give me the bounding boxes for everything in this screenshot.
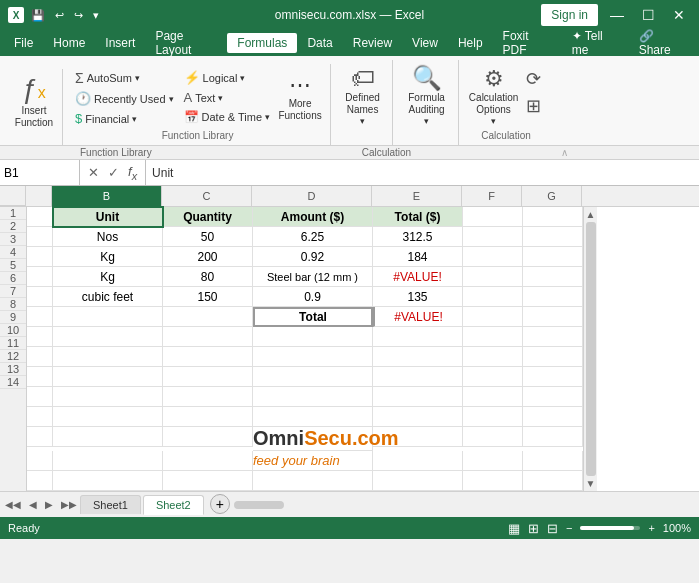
col-header-D[interactable]: D	[252, 186, 372, 206]
defined-names-button[interactable]: 🏷 DefinedNames ▾	[341, 60, 385, 128]
add-sheet-btn[interactable]: +	[210, 494, 230, 514]
row-num-11[interactable]: 11	[0, 337, 26, 350]
cell-C3[interactable]: 200	[163, 247, 253, 267]
cell-E4[interactable]: #VALUE!	[373, 267, 463, 287]
cell-B9[interactable]	[53, 367, 163, 387]
cell-A5[interactable]	[27, 287, 53, 307]
cell-A4[interactable]	[27, 267, 53, 287]
row-num-8[interactable]: 8	[0, 298, 26, 311]
more-qat-btn[interactable]: ▾	[90, 7, 102, 24]
cell-B14[interactable]	[53, 471, 163, 491]
cell-D5[interactable]: 0.9	[253, 287, 373, 307]
menu-review[interactable]: Review	[343, 33, 402, 53]
cell-A14[interactable]	[27, 471, 53, 491]
recently-used-button[interactable]: 🕐 Recently Used ▾	[71, 89, 178, 108]
cell-F1[interactable]	[463, 207, 523, 227]
col-header-B[interactable]: B	[52, 186, 162, 206]
menu-insert[interactable]: Insert	[95, 33, 145, 53]
cell-C10[interactable]	[163, 387, 253, 407]
cell-A11[interactable]	[27, 407, 53, 427]
cell-E10[interactable]	[373, 387, 463, 407]
formula-auditing-button[interactable]: 🔍 FormulaAuditing ▾	[405, 60, 449, 128]
calc-sheet-button[interactable]: ⊞	[522, 93, 545, 119]
col-header-E[interactable]: E	[372, 186, 462, 206]
menu-page-layout[interactable]: Page Layout	[145, 26, 227, 60]
cell-E7[interactable]	[373, 327, 463, 347]
cell-B2[interactable]: Nos	[53, 227, 163, 247]
horizontal-scrollbar[interactable]	[234, 499, 695, 511]
formula-auditing-dropdown-icon[interactable]: ▾	[424, 116, 429, 126]
cell-C8[interactable]	[163, 347, 253, 367]
cell-A13[interactable]	[27, 451, 53, 471]
menu-home[interactable]: Home	[43, 33, 95, 53]
cell-A3[interactable]	[27, 247, 53, 267]
vertical-scrollbar[interactable]: ▲ ▼	[583, 207, 597, 491]
prev-sheet-btn[interactable]: ◀	[26, 499, 40, 510]
cell-F6[interactable]	[463, 307, 523, 327]
cell-F12[interactable]	[463, 427, 523, 447]
close-button[interactable]: ✕	[667, 5, 691, 25]
cell-D1[interactable]: Amount ($)	[253, 207, 373, 227]
cell-B1[interactable]: Unit	[53, 207, 163, 227]
menu-share[interactable]: 🔗 Share	[629, 26, 695, 60]
scroll-up-btn[interactable]: ▲	[586, 209, 596, 220]
cell-D8[interactable]	[253, 347, 373, 367]
row-num-3[interactable]: 3	[0, 233, 26, 246]
date-time-dropdown-icon[interactable]: ▾	[265, 112, 270, 122]
save-qat-btn[interactable]: 💾	[28, 7, 48, 24]
row-num-1[interactable]: 1	[0, 207, 26, 220]
cell-B10[interactable]	[53, 387, 163, 407]
cell-D12[interactable]: OmniSecu.com	[253, 427, 373, 451]
col-header-A[interactable]	[26, 186, 52, 206]
cell-E2[interactable]: 312.5	[373, 227, 463, 247]
cell-C2[interactable]: 50	[163, 227, 253, 247]
cell-D6[interactable]: Total	[253, 307, 373, 327]
cell-G5[interactable]	[523, 287, 583, 307]
cell-E9[interactable]	[373, 367, 463, 387]
cell-G2[interactable]	[523, 227, 583, 247]
menu-file[interactable]: File	[4, 33, 43, 53]
cell-G3[interactable]	[523, 247, 583, 267]
sheet-tab-2[interactable]: Sheet2	[143, 495, 204, 515]
status-view-layout[interactable]: ⊞	[528, 521, 539, 536]
cell-G6[interactable]	[523, 307, 583, 327]
sheet-tab-1[interactable]: Sheet1	[80, 495, 141, 514]
cell-D11[interactable]	[253, 407, 373, 427]
cell-G8[interactable]	[523, 347, 583, 367]
text-button[interactable]: A Text ▾	[180, 88, 275, 107]
logical-dropdown-icon[interactable]: ▾	[240, 73, 245, 83]
row-num-4[interactable]: 4	[0, 246, 26, 259]
restore-button[interactable]: ☐	[636, 5, 661, 25]
cell-G9[interactable]	[523, 367, 583, 387]
cell-E11[interactable]	[373, 407, 463, 427]
cell-B3[interactable]: Kg	[53, 247, 163, 267]
cell-D4[interactable]: Steel bar (12 mm )	[253, 267, 373, 287]
cell-G12[interactable]	[523, 427, 583, 447]
last-sheet-btn[interactable]: ▶▶	[58, 499, 80, 510]
cell-B7[interactable]	[53, 327, 163, 347]
cell-E3[interactable]: 184	[373, 247, 463, 267]
cell-F11[interactable]	[463, 407, 523, 427]
cell-A8[interactable]	[27, 347, 53, 367]
cell-C9[interactable]	[163, 367, 253, 387]
status-view-normal[interactable]: ▦	[508, 521, 520, 536]
cell-D3[interactable]: 0.92	[253, 247, 373, 267]
zoom-slider[interactable]	[580, 526, 640, 530]
cell-A7[interactable]	[27, 327, 53, 347]
row-num-2[interactable]: 2	[0, 220, 26, 233]
cell-C5[interactable]: 150	[163, 287, 253, 307]
formula-input[interactable]: Unit	[146, 166, 699, 180]
cell-E5[interactable]: 135	[373, 287, 463, 307]
cell-A1[interactable]	[27, 207, 53, 227]
cell-B4[interactable]: Kg	[53, 267, 163, 287]
cancel-formula-btn[interactable]: ✕	[84, 164, 102, 182]
cell-A12[interactable]	[27, 427, 53, 447]
cell-F2[interactable]	[463, 227, 523, 247]
date-time-button[interactable]: 📅 Date & Time ▾	[180, 108, 275, 126]
cell-B5[interactable]: cubic feet	[53, 287, 163, 307]
insert-function-button[interactable]: ƒx InsertFunction	[12, 69, 56, 131]
status-zoom-in[interactable]: +	[648, 522, 654, 534]
cell-C4[interactable]: 80	[163, 267, 253, 287]
cell-C7[interactable]	[163, 327, 253, 347]
cell-A2[interactable]	[27, 227, 53, 247]
